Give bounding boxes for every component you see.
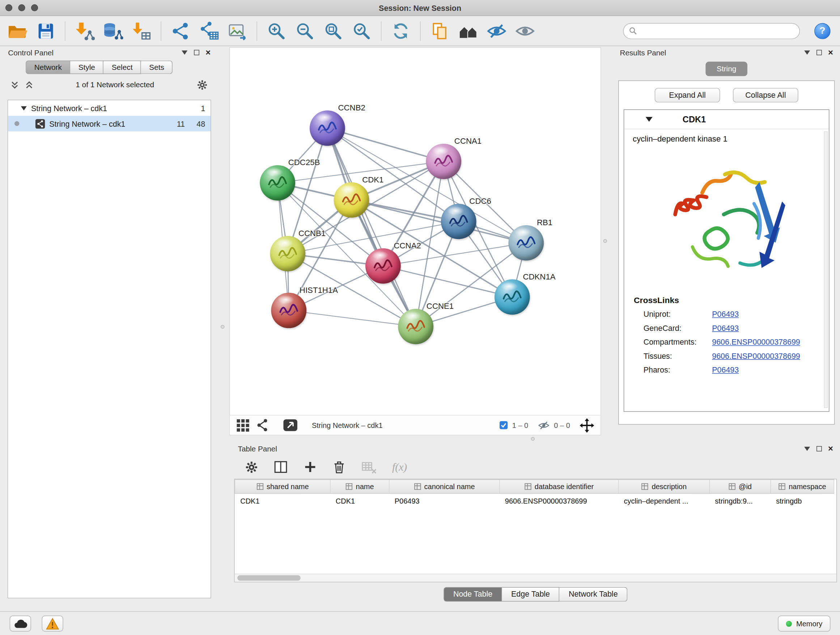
- network-node-hist1h1a[interactable]: [271, 293, 306, 328]
- crosslink-link[interactable]: 9606.ENSP00000378699: [712, 352, 800, 361]
- help-button[interactable]: ?: [814, 23, 830, 39]
- delete-column-trash-icon[interactable]: [332, 459, 346, 474]
- zoom-in-button[interactable]: [266, 20, 287, 42]
- zoom-out-button[interactable]: [294, 20, 316, 42]
- network-canvas[interactable]: CCNB2CCNA1CDC25BCDK1CDC6RB1CCNB1CCNA2CDK…: [230, 48, 600, 415]
- show-columns-icon[interactable]: [273, 460, 288, 474]
- splitter-handle[interactable]: [531, 437, 535, 440]
- tab-select[interactable]: Select: [104, 60, 141, 74]
- collapse-all-button[interactable]: Collapse All: [733, 88, 798, 103]
- horizontal-scrollbar[interactable]: [235, 574, 836, 582]
- delete-table-icon-disabled[interactable]: [361, 460, 377, 474]
- crosslink-link[interactable]: P06493: [712, 366, 739, 374]
- apply-layout-button[interactable]: [390, 20, 411, 42]
- selected-checkbox-icon[interactable]: [499, 421, 508, 430]
- tab-edge-table[interactable]: Edge Table: [502, 587, 560, 602]
- collapse-all-icon[interactable]: [11, 81, 19, 89]
- tab-network[interactable]: Network: [26, 60, 70, 74]
- close-panel-icon[interactable]: ×: [828, 48, 833, 57]
- collapse-section-icon[interactable]: [646, 117, 653, 122]
- open-session-button[interactable]: [6, 20, 28, 42]
- vertical-scrollbar[interactable]: [824, 131, 828, 408]
- tab-sets[interactable]: Sets: [141, 60, 172, 74]
- import-table-button[interactable]: [131, 20, 152, 42]
- network-node-ccnb2[interactable]: [309, 111, 345, 146]
- save-session-button[interactable]: [35, 20, 56, 42]
- splitter-handle[interactable]: [221, 325, 224, 328]
- expand-all-button[interactable]: Expand All: [655, 88, 720, 103]
- tree-caret-icon[interactable]: [21, 106, 27, 110]
- splitter-handle[interactable]: [603, 239, 607, 243]
- memory-button[interactable]: Memory: [778, 616, 831, 631]
- function-builder-button[interactable]: f(x): [392, 461, 407, 473]
- network-node-ccna2[interactable]: [365, 249, 401, 284]
- fit-content-crosshair-icon[interactable]: [579, 418, 594, 432]
- network-overview-button[interactable]: [458, 20, 479, 42]
- crosslink-link[interactable]: 9606.ENSP00000378699: [712, 338, 800, 347]
- column-header[interactable]: name: [330, 480, 389, 494]
- toolbar-separator: [420, 21, 420, 40]
- detach-view-button[interactable]: [283, 418, 298, 432]
- search-input[interactable]: [641, 27, 794, 35]
- column-header[interactable]: shared name: [235, 480, 330, 494]
- crosslink-link[interactable]: P06493: [712, 310, 739, 318]
- scrollbar-thumb[interactable]: [237, 575, 301, 581]
- minimize-window-button[interactable]: [18, 4, 25, 11]
- network-node-ccna1[interactable]: [426, 144, 461, 179]
- column-header[interactable]: canonical name: [389, 480, 500, 494]
- export-image-button[interactable]: [226, 20, 248, 42]
- new-network-from-selection-button[interactable]: [198, 20, 219, 42]
- zoom-fit-button[interactable]: [323, 20, 344, 42]
- show-graphics-details-button[interactable]: [515, 20, 536, 42]
- network-node-cdc6[interactable]: [441, 204, 477, 239]
- tab-network-table[interactable]: Network Table: [560, 587, 628, 602]
- float-panel-icon[interactable]: [804, 447, 810, 451]
- table-settings-gear-icon[interactable]: [245, 460, 258, 473]
- crosslinks-title: CrossLinks: [624, 290, 829, 307]
- tab-string[interactable]: String: [706, 62, 747, 76]
- warnings-button[interactable]: [42, 616, 63, 631]
- grid-mode-icon[interactable]: [236, 418, 249, 432]
- network-node-cdkn1a[interactable]: [494, 279, 530, 315]
- crosslink-link[interactable]: P06493: [712, 324, 739, 333]
- node-label: HIST1H1A: [300, 285, 338, 295]
- network-row[interactable]: String Network – cdk1 11 48: [8, 116, 210, 131]
- column-header[interactable]: namespace: [771, 480, 834, 494]
- undock-panel-icon[interactable]: [194, 50, 199, 55]
- selected-count: 1 – 0: [512, 421, 528, 429]
- float-panel-icon[interactable]: [182, 50, 187, 55]
- network-mode-icon[interactable]: [256, 419, 269, 432]
- network-node-cdc25b[interactable]: [260, 165, 295, 201]
- close-panel-icon[interactable]: ×: [828, 445, 833, 453]
- hidden-eye-slash-icon[interactable]: [538, 421, 550, 430]
- gear-icon[interactable]: [197, 79, 208, 90]
- import-network-from-file-button[interactable]: [74, 20, 95, 42]
- network-node-ccnb1[interactable]: [270, 236, 305, 272]
- column-header[interactable]: @id: [710, 480, 771, 494]
- network-node-ccne1[interactable]: [398, 309, 433, 344]
- tab-style[interactable]: Style: [71, 60, 104, 74]
- undock-panel-icon[interactable]: [816, 446, 822, 451]
- close-window-button[interactable]: [5, 4, 12, 11]
- crosslink-row: Tissues: 9606.ENSP00000378699: [624, 349, 829, 363]
- network-node-rb1[interactable]: [508, 225, 544, 261]
- zoom-window-button[interactable]: [31, 4, 38, 11]
- cloud-status-button[interactable]: [10, 616, 31, 631]
- column-header[interactable]: database identifier: [500, 480, 619, 494]
- table-row[interactable]: CDK1CDK1P064939606.ENSP00000378699cyclin…: [235, 494, 834, 508]
- close-panel-icon[interactable]: ×: [205, 48, 210, 57]
- hide-graphics-details-button[interactable]: [486, 20, 507, 42]
- snapshot-button[interactable]: [429, 20, 450, 42]
- eye-slash-icon: [486, 21, 507, 41]
- import-network-from-database-button[interactable]: [103, 20, 124, 42]
- undock-panel-icon[interactable]: [816, 50, 822, 55]
- network-node-cdk1[interactable]: [334, 182, 369, 218]
- network-collection-row[interactable]: String Network – cdk1 1: [8, 100, 210, 116]
- tab-node-table[interactable]: Node Table: [444, 587, 502, 602]
- create-column-plus-icon[interactable]: [303, 460, 317, 474]
- new-network-button[interactable]: [170, 20, 191, 42]
- float-panel-icon[interactable]: [804, 50, 810, 55]
- zoom-selected-button[interactable]: [351, 20, 372, 42]
- column-header[interactable]: description: [619, 480, 710, 494]
- expand-all-icon[interactable]: [25, 81, 33, 89]
